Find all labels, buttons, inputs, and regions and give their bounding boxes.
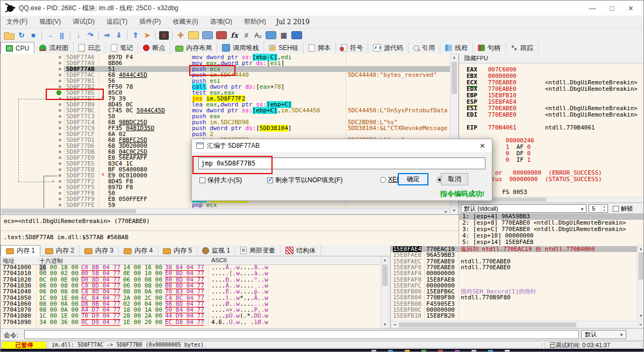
step-into-icon[interactable]: ↓: [74, 31, 83, 40]
stack-h-scrollbar[interactable]: ◄ ►: [391, 321, 644, 328]
tab-threads[interactable]: 线程: [440, 42, 473, 54]
tab-trace[interactable]: 跟踪: [506, 42, 539, 54]
tab-handles[interactable]: 句柄: [473, 42, 506, 54]
keep-size-checkbox[interactable]: 保持大小(S): [199, 176, 242, 185]
tab-监视-1[interactable]: 监视 1: [197, 245, 235, 256]
taskbar-icon[interactable]: [421, 350, 426, 352]
run-icon[interactable]: →: [45, 31, 55, 40]
row-dot[interactable]: [59, 204, 61, 206]
tab-script[interactable]: 脚本: [304, 42, 336, 54]
menu-item[interactable]: 选项(O): [204, 17, 238, 26]
stack-row[interactable]: 15E8FB1015E8FB20: [391, 313, 637, 319]
row-dot[interactable]: [59, 192, 61, 195]
maximize-button[interactable]: □: [610, 4, 614, 12]
row-dot[interactable]: [59, 133, 61, 135]
tab-内存-1[interactable]: 内存 1: [1, 245, 40, 256]
row-dot[interactable]: [59, 103, 61, 106]
tab-内存-2[interactable]: 内存 2: [40, 245, 80, 256]
tab-内存-5[interactable]: 内存 5: [158, 245, 197, 256]
hash-icon[interactable]: #: [241, 31, 251, 40]
row-dot[interactable]: [59, 168, 61, 171]
register-line[interactable]: EIP 770B4061 ntdll.770B4061: [467, 125, 644, 131]
dump-row[interactable]: 7704109034 00 36 000C D9 04 771E 00 20 0…: [1, 319, 389, 325]
tab-局部变量[interactable]: 局部变量: [235, 245, 281, 256]
taskbar-icon[interactable]: [371, 350, 376, 352]
stack-row[interactable]: 15E8FB04770B9F80ntdll.770B9F80: [391, 294, 637, 300]
menu-item[interactable]: 帮助(H): [238, 17, 272, 26]
function-icon[interactable]: fx: [230, 31, 239, 40]
taskbar-icon[interactable]: [488, 350, 493, 352]
ok-button[interactable]: 确定: [398, 173, 428, 185]
register-line[interactable]: FS 0053: [467, 189, 644, 196]
stepper-arrows[interactable]: ▲▼: [601, 205, 607, 212]
register-line[interactable]: EDI 770EABE0 <ntdll.DbgUiRemoteBreakin>: [467, 112, 644, 118]
stack-row[interactable]: 15E8FAF400000000: [391, 270, 637, 276]
scroll-right-arrow[interactable]: ►: [443, 209, 449, 214]
tab-graph[interactable]: 流程图: [34, 42, 74, 54]
dump-v-scrollbar[interactable]: ▲ ▼: [381, 256, 389, 328]
calculator-icon[interactable]: ▦: [279, 31, 289, 40]
row-dot[interactable]: [59, 186, 61, 189]
argument-count-stepper[interactable]: 5 ▲▼: [589, 204, 608, 213]
nop-fill-checkbox[interactable]: 剩余字节以NOP填充(F): [267, 176, 342, 185]
tab-内存-4[interactable]: 内存 4: [119, 245, 158, 256]
tab-内存-3[interactable]: 内存 3: [80, 245, 119, 256]
pause-icon[interactable]: ||: [57, 31, 67, 40]
taskbar-icon[interactable]: [471, 350, 476, 352]
command-history-select[interactable]: 默认▼: [581, 330, 626, 339]
tab-breakpoints[interactable]: 断点: [138, 42, 170, 54]
calling-convention-select[interactable]: 默认 (stdcall)▼: [461, 204, 586, 213]
row-dot[interactable]: [59, 198, 61, 200]
menu-item[interactable]: 调试(D): [67, 17, 101, 26]
dialog-close-icon[interactable]: ✕: [480, 142, 492, 150]
stack-row[interactable]: 15E8FAE896A59BB3: [391, 252, 637, 258]
windows-taskbar[interactable]: [1, 349, 643, 352]
tab-references[interactable]: 引用: [409, 42, 440, 54]
tab-seh[interactable]: SEH链: [264, 42, 304, 54]
tab-cpu[interactable]: CPU: [1, 42, 34, 54]
step-over-icon[interactable]: ↷: [85, 31, 95, 40]
execute-till-return-icon[interactable]: ⇑: [131, 31, 140, 40]
row-dot[interactable]: [59, 80, 61, 82]
tab-symbols[interactable]: 符号: [336, 42, 368, 54]
row-dot[interactable]: [59, 127, 61, 130]
scroll-down-arrow[interactable]: ▼: [638, 313, 644, 319]
globe-icon[interactable]: [291, 31, 302, 39]
row-dot[interactable]: [59, 56, 61, 59]
tab-notes[interactable]: 笔记: [106, 42, 138, 54]
stack-pane[interactable]: 15E8FAE4770EAC19返回到 ntdll.770EAC19 自 ntd…: [390, 245, 644, 328]
stack-v-scrollbar[interactable]: ▲ ▼: [637, 245, 644, 320]
cancel-button[interactable]: 取消: [441, 173, 468, 185]
restart-icon[interactable]: ↻: [17, 31, 26, 40]
row-dot[interactable]: [59, 156, 61, 159]
menu-item[interactable]: 收藏夹(I): [167, 17, 204, 26]
settings-s-icon[interactable]: S: [159, 31, 169, 40]
row-dot[interactable]: [59, 109, 61, 112]
scroll-up-arrow[interactable]: ▲: [381, 257, 389, 263]
attach-user-icon[interactable]: ➤: [142, 31, 152, 40]
taskbar-icon[interactable]: [505, 350, 510, 352]
row-dot[interactable]: [59, 174, 61, 177]
scroll-down-arrow[interactable]: ▼: [450, 207, 458, 214]
label-icon[interactable]: [202, 31, 213, 39]
tab-memmap[interactable]: 内存布局: [170, 42, 217, 54]
tab-source[interactable]: 源代码: [368, 42, 409, 54]
disasm-h-scrollbar[interactable]: ►: [1, 208, 450, 214]
menu-item[interactable]: 追踪(T): [101, 17, 133, 26]
row-dot[interactable]: [59, 162, 61, 165]
row-dot[interactable]: [59, 121, 61, 124]
taskbar-icon[interactable]: [438, 350, 443, 352]
close-button[interactable]: ✕: [628, 4, 634, 12]
dump-row[interactable]: 7704101000 00 02 0080 5B 04 770E 00 10 0…: [1, 270, 389, 276]
tab-log[interactable]: 日志: [74, 42, 106, 54]
taskbar-icon[interactable]: [455, 350, 460, 352]
minimize-button[interactable]: —: [589, 4, 596, 12]
tab-结构体[interactable]: 结构体: [281, 245, 321, 256]
register-line[interactable]: tus 00000000 (STATUS_SUCCESS): [467, 176, 644, 183]
row-dot[interactable]: [59, 180, 61, 183]
scroll-up-arrow[interactable]: ▲: [450, 54, 458, 61]
menu-item[interactable]: 文件(F): [1, 17, 33, 26]
row-dot[interactable]: [59, 139, 61, 141]
row-dot[interactable]: [59, 145, 61, 147]
row-dot[interactable]: [59, 150, 61, 153]
